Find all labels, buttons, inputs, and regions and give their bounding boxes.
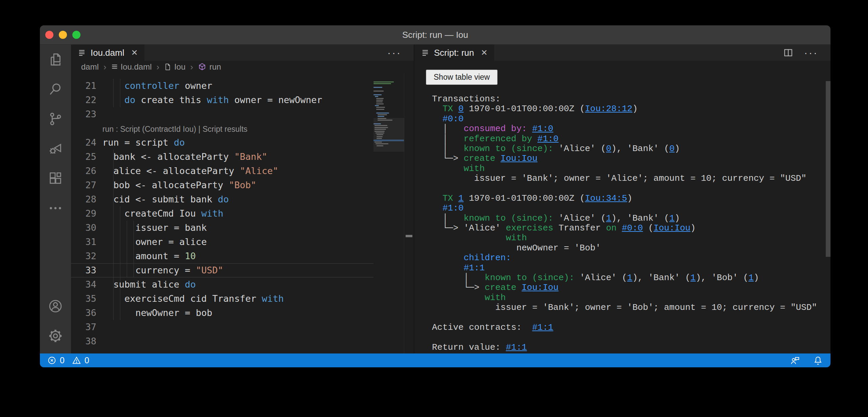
tx-output-line: Transactions:: [432, 94, 830, 104]
tx-link[interactable]: 1: [748, 273, 754, 283]
tx-link[interactable]: 0: [458, 104, 464, 114]
tx-link[interactable]: #1:0: [532, 124, 553, 134]
tab-script-run[interactable]: Script: run ✕: [414, 45, 495, 61]
warning-count: 0: [85, 355, 89, 365]
tx-output-line: │ known to (since): 'Alice' (1), 'Bank' …: [432, 214, 830, 223]
line-number: 30: [71, 221, 96, 235]
panel-scrollbar[interactable]: [826, 81, 830, 257]
chevron-right-icon: ›: [101, 62, 108, 72]
tx-link[interactable]: Iou:34:5: [585, 193, 627, 203]
line-number: 37: [71, 320, 96, 334]
minimap-line: [373, 89, 404, 90]
show-table-view-button[interactable]: Show table view: [426, 70, 498, 85]
tx-link[interactable]: Iou:28:12: [585, 104, 632, 114]
breadcrumb-module[interactable]: Iou: [164, 62, 185, 72]
minimap-line: [373, 101, 404, 102]
line-number: 21: [71, 79, 96, 93]
tx-link[interactable]: 1: [627, 273, 632, 283]
tx-link[interactable]: Iou:Iou: [522, 283, 558, 293]
tx-link[interactable]: 0: [669, 144, 675, 154]
tx-output-line: │ known to (since): 'Alice' (1), 'Bank' …: [432, 273, 830, 283]
minimap-line: [373, 107, 404, 108]
tx-link[interactable]: 0: [606, 144, 611, 154]
overview-ruler[interactable]: [404, 73, 414, 353]
source-control-icon[interactable]: [40, 104, 71, 134]
line-number: 22: [71, 93, 96, 107]
tx-link[interactable]: #1:1: [506, 342, 527, 352]
breadcrumb-symbol-run[interactable]: run: [198, 62, 221, 72]
tab-iou-daml[interactable]: Iou.daml ✕: [71, 45, 145, 61]
tx-output-line: Active contracts: #1:1: [432, 323, 830, 333]
code-lines: 21 controller owner22 do create this wit…: [71, 73, 414, 348]
code-line: 27 bob <- allocateParty "Bob": [71, 178, 373, 192]
code-line: 26 alice <- allocateParty "Alice": [71, 164, 373, 178]
line-number: 27: [71, 178, 96, 192]
cube-symbol-icon: [198, 63, 207, 71]
line-number: 34: [71, 277, 96, 292]
tx-output-line: children:: [432, 253, 830, 263]
tab-close-icon[interactable]: ✕: [481, 48, 488, 57]
list-icon: [421, 49, 429, 57]
tab-close-icon[interactable]: ✕: [131, 48, 138, 57]
explorer-icon[interactable]: [40, 45, 71, 74]
search-icon[interactable]: [40, 74, 71, 104]
codelens-link[interactable]: run : Script (ContractId Iou) | Script r…: [71, 121, 414, 136]
tx-link[interactable]: 1: [458, 193, 464, 203]
minimap-line: [373, 116, 404, 117]
tx-output-line: #1:1: [432, 263, 830, 273]
run-debug-icon[interactable]: [40, 134, 71, 164]
workbench: Iou.daml ✕ ··· daml › Iou.daml › Iou ›: [40, 45, 830, 353]
tx-link[interactable]: 1: [606, 213, 611, 223]
line-number: 26: [71, 164, 96, 178]
tx-output-line: issuer = 'Bank'; owner = 'Alice'; amount…: [432, 174, 830, 183]
account-icon[interactable]: [40, 291, 71, 321]
tx-link[interactable]: #0:0: [622, 223, 643, 233]
line-number: 24: [71, 136, 96, 150]
editor-more-actions-icon[interactable]: ···: [387, 47, 402, 58]
minimize-window-icon[interactable]: [59, 31, 67, 39]
tx-output-line: └─> create Iou:Iou: [432, 283, 830, 293]
minimap-line: [373, 85, 404, 86]
minimap-line: [373, 113, 404, 114]
tx-link[interactable]: Iou:Iou: [653, 223, 690, 233]
code-editor[interactable]: 21 controller owner22 do create this wit…: [71, 73, 414, 353]
activity-bar: [40, 45, 71, 353]
panel-more-actions-icon[interactable]: ···: [804, 47, 818, 58]
zoom-window-icon[interactable]: [72, 31, 80, 39]
settings-gear-icon[interactable]: [40, 321, 71, 351]
breadcrumb-file[interactable]: Iou.daml: [111, 62, 152, 72]
title-bar[interactable]: Script: run — Iou: [40, 25, 830, 45]
tab-label: Script: run: [434, 48, 474, 58]
minimap-line: [373, 98, 404, 99]
close-window-icon[interactable]: [45, 31, 53, 39]
code-line: 22 do create this with owner = newOwner: [71, 93, 373, 107]
transactions-output: Transactions: TX 0 1970-01-01T00:00:00Z …: [432, 94, 830, 352]
code-line: 34 submit alice do: [71, 277, 373, 292]
split-editor-icon[interactable]: [783, 48, 793, 58]
breadcrumb-daml[interactable]: daml: [81, 62, 99, 72]
minimap-line: [373, 100, 404, 101]
tx-output-line: [432, 333, 830, 342]
line-number: 36: [71, 306, 96, 320]
more-actions-icon[interactable]: [40, 193, 71, 223]
notifications-bell-icon[interactable]: [813, 355, 823, 366]
tx-link[interactable]: #1:1: [532, 322, 553, 333]
status-bar: 0 0: [40, 353, 830, 367]
tx-link[interactable]: #1:0: [537, 134, 558, 144]
extensions-icon[interactable]: [40, 164, 71, 193]
feedback-icon[interactable]: [790, 355, 800, 366]
tx-link[interactable]: 1: [691, 273, 696, 283]
window-title: Script: run — Iou: [402, 30, 468, 40]
tx-output-line: │ consumed by: #1:0: [432, 124, 830, 134]
tx-output-line: #0:0: [432, 114, 830, 124]
tx-output-line: │ known to (since): 'Alice' (0), 'Bank' …: [432, 144, 830, 154]
tx-link[interactable]: 1: [669, 213, 675, 223]
overview-ruler-marker: [406, 235, 412, 237]
problems-status[interactable]: 0 0: [47, 355, 93, 365]
minimap-slider[interactable]: [373, 118, 404, 152]
tx-link[interactable]: Iou:Iou: [501, 153, 537, 164]
tab-label: Iou.daml: [91, 48, 124, 58]
error-count: 0: [60, 355, 65, 365]
code-line: 21 controller owner: [71, 79, 373, 93]
code-line: 32 amount = 10: [71, 249, 373, 263]
